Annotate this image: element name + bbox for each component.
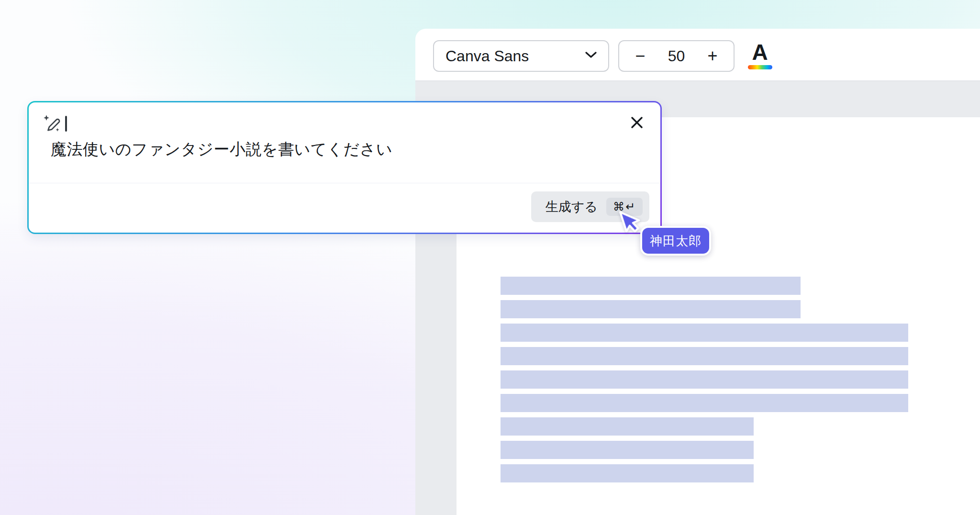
font-family-dropdown[interactable]: Canva Sans xyxy=(433,40,609,72)
rainbow-underline xyxy=(748,65,772,69)
chevron-down-icon xyxy=(585,52,597,60)
text-caret xyxy=(65,116,67,132)
skeleton-bar xyxy=(501,300,801,318)
text-color-letter: A xyxy=(752,41,768,63)
canva-editor: Canva Sans − 50 + A xyxy=(0,0,980,515)
skeleton-bar xyxy=(501,441,754,459)
font-size-decrease-button[interactable]: − xyxy=(630,47,651,65)
generate-button-label: 生成する xyxy=(546,198,598,215)
collaborator-name-tag: 神田太郎 xyxy=(640,226,711,256)
skeleton-bar xyxy=(501,370,908,389)
magic-write-icon xyxy=(44,114,62,134)
text-color-button[interactable]: A xyxy=(746,41,773,72)
font-family-value: Canva Sans xyxy=(445,47,529,65)
magic-write-dialog: 魔法使いのファンタジー小説を書いてください 生成する ⌘↵ xyxy=(27,101,662,234)
collaborator-name: 神田太郎 xyxy=(650,233,702,249)
magic-write-dialog-body: 魔法使いのファンタジー小説を書いてください 生成する ⌘↵ xyxy=(29,102,660,233)
skeleton-bar xyxy=(501,324,908,342)
skeleton-bar xyxy=(501,417,754,436)
font-size-value[interactable]: 50 xyxy=(668,47,685,65)
skeleton-bar xyxy=(501,394,908,412)
close-icon[interactable] xyxy=(628,113,646,132)
magic-write-prompt[interactable]: 魔法使いのファンタジー小説を書いてください xyxy=(51,139,392,160)
skeleton-bar xyxy=(501,464,754,482)
skeleton-bar xyxy=(501,277,801,295)
text-toolbar: Canva Sans − 50 + A xyxy=(415,29,980,81)
generated-text-skeleton xyxy=(501,277,908,488)
font-size-stepper: − 50 + xyxy=(618,40,735,72)
skeleton-bar xyxy=(501,347,908,365)
dialog-divider xyxy=(29,183,660,183)
font-size-increase-button[interactable]: + xyxy=(702,47,723,65)
